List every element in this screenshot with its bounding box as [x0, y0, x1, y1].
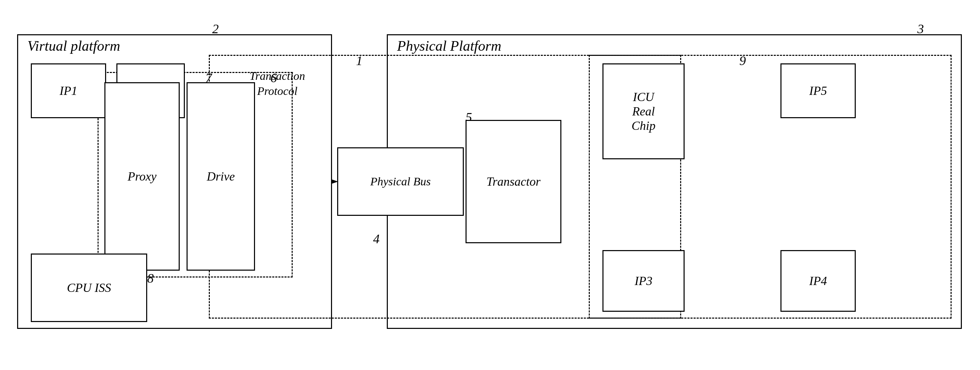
- transactor-box: Transactor: [466, 120, 562, 243]
- physical-bus-box: Physical Bus: [337, 147, 464, 216]
- cpu-iss-box: CPU ISS: [31, 254, 147, 322]
- drive-box: Drive: [186, 82, 255, 271]
- proxy-box: Proxy: [104, 82, 180, 271]
- icu-real-chip-box: ICU Real Chip: [603, 63, 685, 159]
- virtual-platform-label: Virtual platform: [27, 38, 120, 54]
- ip1-box: IP1: [31, 63, 106, 118]
- number-3: 3: [917, 21, 924, 36]
- physical-platform-label: Physical Platform: [397, 38, 501, 54]
- ip5-box: IP5: [780, 63, 856, 118]
- diagram-container: Virtual platform Physical Platform 2 3 1…: [0, 0, 980, 370]
- ip4-box: IP4: [780, 250, 856, 312]
- ip3-box: IP3: [603, 250, 685, 312]
- number-2: 2: [212, 21, 219, 36]
